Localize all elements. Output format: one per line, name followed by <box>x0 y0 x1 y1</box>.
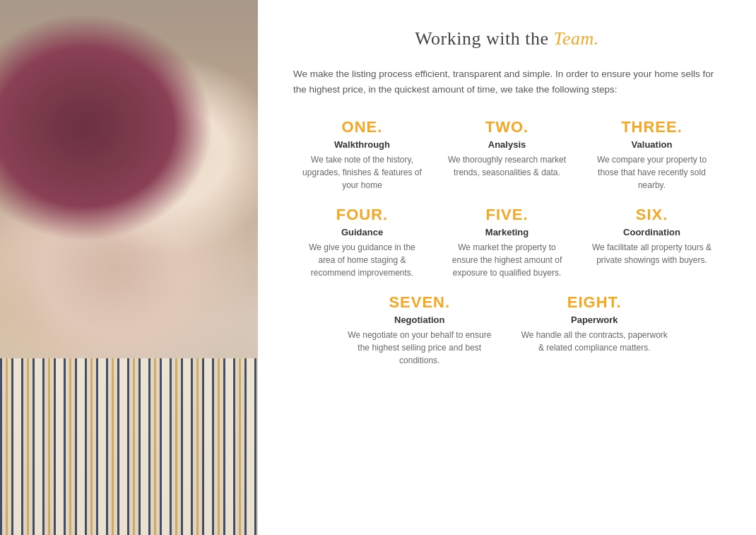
step-two: TWO. Analysis We thoroughly research mar… <box>438 118 576 192</box>
step-four-number: FOUR. <box>300 206 424 224</box>
step-one-title: Walkthrough <box>300 139 424 150</box>
steps-grid-top: ONE. Walkthrough We take note of the his… <box>293 118 721 279</box>
step-six-desc: We facilitate all property tours & priva… <box>590 241 714 266</box>
decorative-image <box>0 0 258 535</box>
step-six-number: SIX. <box>590 206 714 224</box>
step-eight-desc: We handle all the contracts, paperwork &… <box>518 329 672 354</box>
step-eight-title: Paperwork <box>518 314 672 325</box>
left-image-panel <box>0 0 258 535</box>
step-seven-desc: We negotiate on your behalf to ensure th… <box>343 329 497 367</box>
step-seven-number: SEVEN. <box>343 293 497 312</box>
step-four-title: Guidance <box>300 227 424 237</box>
step-five-title: Marketing <box>445 227 569 237</box>
steps-grid-bottom: SEVEN. Negotiation We negotiate on your … <box>293 293 721 367</box>
step-two-desc: We thoroughly research market trends, se… <box>445 153 569 179</box>
step-eight: EIGHT. Paperwork We handle all the contr… <box>511 293 679 367</box>
step-one-desc: We take note of the history, upgrades, f… <box>300 153 424 192</box>
step-four-desc: We give you guidance in the area of home… <box>300 241 424 279</box>
title-highlight: Team. <box>553 28 598 49</box>
step-three-desc: We compare your property to those that h… <box>590 153 714 192</box>
step-seven-title: Negotiation <box>343 314 497 325</box>
step-six-title: Coordination <box>590 227 714 237</box>
step-four: FOUR. Guidance We give you guidance in t… <box>293 206 431 279</box>
step-six: SIX. Coordination We facilitate all prop… <box>583 206 721 279</box>
step-one: ONE. Walkthrough We take note of the his… <box>293 118 431 192</box>
step-two-number: TWO. <box>445 118 569 136</box>
step-three: THREE. Valuation We compare your propert… <box>583 118 721 192</box>
step-two-title: Analysis <box>445 139 569 150</box>
step-five-number: FIVE. <box>445 206 569 224</box>
step-five: FIVE. Marketing We market the property t… <box>438 206 576 279</box>
step-eight-number: EIGHT. <box>518 293 672 312</box>
step-five-desc: We market the property to ensure the hig… <box>445 241 569 279</box>
step-seven: SEVEN. Negotiation We negotiate on your … <box>336 293 504 367</box>
step-three-number: THREE. <box>590 118 714 136</box>
intro-paragraph: We make the listing process efficient, t… <box>293 66 721 97</box>
page-title: Working with the Team. <box>293 28 721 49</box>
step-three-title: Valuation <box>590 139 714 150</box>
right-content-panel: Working with the Team. We make the listi… <box>258 0 756 535</box>
title-prefix: Working with the <box>415 28 553 49</box>
step-one-number: ONE. <box>300 118 424 136</box>
